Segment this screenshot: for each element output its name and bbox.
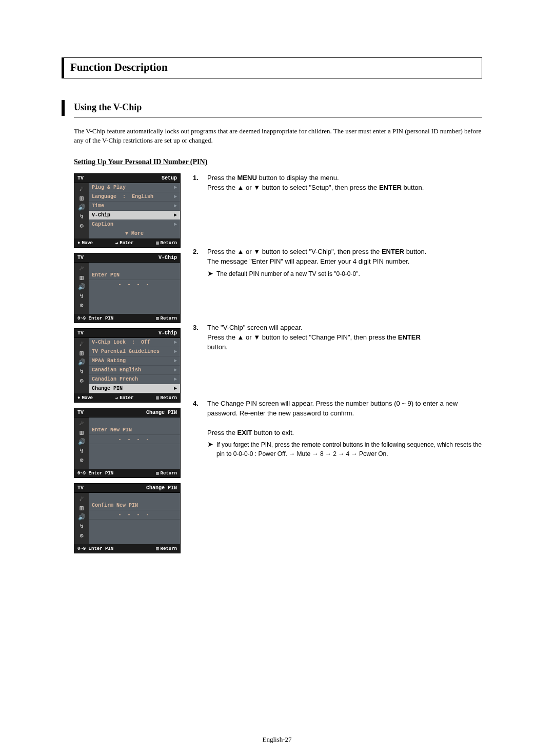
channel-icon: 🔊 (78, 439, 86, 445)
input-icon: ↯ (80, 293, 83, 300)
step-3: 3. The "V-Chip" screen will appear. Pres… (193, 323, 482, 352)
picture-icon: ☄ (80, 496, 83, 502)
menu-row-canadian-french[interactable]: Canadian French► (89, 375, 180, 384)
input-icon: ↯ (80, 524, 83, 530)
chevron-right-icon: ► (174, 194, 177, 200)
sub-title-underline (74, 117, 482, 117)
chevron-right-icon: ► (174, 349, 177, 354)
pin-dashes[interactable]: - - - - (89, 510, 180, 520)
down-arrow-icon: ▼ (253, 184, 260, 191)
chevron-right-icon: ► (174, 222, 177, 227)
picture-icon: ☄ (80, 266, 83, 272)
step-number: 3. (193, 323, 202, 352)
arrow-icon: → (289, 450, 295, 457)
chevron-right-icon: ► (174, 376, 177, 382)
return-icon: ▥ (156, 395, 159, 401)
step-2-note: ➤ The default PIN number of a new TV set… (207, 270, 482, 278)
picture-icon: ☄ (80, 341, 83, 347)
sound-icon: ▥ (80, 195, 83, 202)
note-icon: ➤ (207, 270, 213, 278)
chevron-right-icon: ► (174, 203, 177, 209)
osd-tv-label: TV (77, 330, 84, 336)
osd-title: Change PIN (146, 410, 177, 415)
menu-row-vchip-lock[interactable]: V-Chip Lock : Off► (89, 338, 180, 347)
intro-paragraph: The V-Chip feature automatically locks o… (74, 127, 482, 145)
osd-icon-column: ☄ ▥ 🔊 ↯ ⚙ (74, 493, 89, 544)
up-arrow-icon: ▲ (238, 333, 244, 341)
channel-icon: 🔊 (78, 360, 86, 366)
osd-title: Change PIN (146, 485, 177, 491)
osd-tv-label: TV (77, 410, 84, 415)
sound-icon: ▥ (80, 350, 83, 356)
osd-enter-new-pin: TV Change PIN ☄ ▥ 🔊 ↯ ⚙ Enter New PIN - … (74, 408, 181, 478)
down-arrow-icon: ▼ (253, 333, 260, 341)
section-title-box: Function Description (62, 57, 482, 78)
section-title: Function Description (70, 61, 477, 74)
arrow-icon: → (338, 450, 344, 457)
pin-dashes[interactable]: - - - - (89, 280, 180, 289)
chevron-right-icon: ► (174, 340, 177, 345)
sound-icon: ▥ (80, 505, 83, 511)
chevron-right-icon: ► (174, 212, 177, 218)
channel-icon: 🔊 (78, 514, 86, 521)
osd-title: V-Chip (159, 330, 177, 336)
return-icon: ▥ (156, 546, 159, 551)
enter-icon: ↵ (115, 395, 118, 401)
pin-dashes[interactable]: - - - - (89, 435, 180, 444)
sound-icon: ▥ (80, 275, 83, 281)
return-icon: ▥ (156, 240, 159, 246)
osd-icon-column: ☄ ▥ 🔊 ↯ ⚙ (74, 183, 89, 238)
menu-row-language[interactable]: Language : English► (89, 192, 180, 202)
setup-icon: ⚙ (80, 533, 83, 539)
picture-icon: ☄ (80, 421, 83, 427)
chevron-right-icon: ► (174, 367, 177, 373)
return-icon: ▥ (156, 470, 159, 476)
sound-icon: ▥ (80, 430, 83, 436)
setup-heading: Setting Up Your Personal ID Number (PIN) (74, 158, 482, 166)
chevron-right-icon: ► (174, 185, 177, 190)
chevron-down-icon: ▼ (125, 231, 128, 236)
up-arrow-icon: ▲ (238, 248, 244, 255)
osd-confirm-new-pin: TV Change PIN ☄ ▥ 🔊 ↯ ⚙ Confirm New PIN … (74, 483, 181, 553)
input-icon: ↯ (80, 214, 83, 220)
osd-setup: TV Setup ☄ ▥ 🔊 ↯ ⚙ Plug & Play► Language… (74, 173, 181, 248)
chevron-right-icon: ► (174, 358, 177, 364)
menu-row-vchip[interactable]: V-Chip► (89, 211, 180, 220)
setup-icon: ⚙ (80, 378, 83, 384)
step-number: 1. (193, 173, 202, 193)
menu-row-more[interactable]: ▼ More (89, 229, 180, 238)
osd-enter-pin: TV V-Chip ☄ ▥ 🔊 ↯ ⚙ Enter PIN - - - - (74, 253, 181, 323)
menu-row-time[interactable]: Time► (89, 202, 180, 211)
input-icon: ↯ (80, 448, 83, 454)
setup-icon: ⚙ (80, 223, 83, 229)
sub-title-bar (62, 100, 65, 116)
menu-row-plug-play[interactable]: Plug & Play► (89, 183, 180, 192)
osd-tv-label: TV (77, 255, 84, 261)
chevron-right-icon: ► (174, 386, 177, 391)
osd-tv-label: TV (77, 485, 84, 491)
enter-new-pin-label: Enter New PIN (89, 426, 180, 435)
page-footer: English-27 (0, 735, 554, 744)
menu-row-caption[interactable]: Caption► (89, 220, 180, 229)
menu-row-change-pin[interactable]: Change PIN► (89, 384, 180, 393)
down-arrow-icon: ▼ (253, 248, 260, 255)
channel-icon: 🔊 (78, 205, 86, 211)
up-arrow-icon: ▲ (238, 184, 244, 191)
arrow-icon: → (312, 450, 319, 457)
menu-row-canadian-english[interactable]: Canadian English► (89, 366, 180, 375)
arrow-icon: → (325, 450, 331, 457)
osd-tv-label: TV (77, 175, 84, 181)
channel-icon: 🔊 (78, 284, 86, 290)
osd-title: V-Chip (159, 255, 177, 261)
input-icon: ↯ (80, 369, 83, 375)
step-1: 1. Press the MENU button to display the … (193, 173, 482, 193)
updown-icon: ♦ (77, 241, 80, 246)
step-number: 4. (193, 399, 202, 459)
menu-row-mpaa[interactable]: MPAA Rating► (89, 356, 180, 366)
step-4: 4. The Change PIN screen will appear. Pr… (193, 399, 482, 459)
osd-icon-column: ☄ ▥ 🔊 ↯ ⚙ (74, 263, 89, 314)
arrow-icon: → (351, 450, 358, 457)
confirm-new-pin-label: Confirm New PIN (89, 501, 180, 510)
step-4-note: ➤ If you forget the PIN, press the remot… (207, 441, 482, 459)
menu-row-tv-guidelines[interactable]: TV Parental Guidelines► (89, 347, 180, 356)
